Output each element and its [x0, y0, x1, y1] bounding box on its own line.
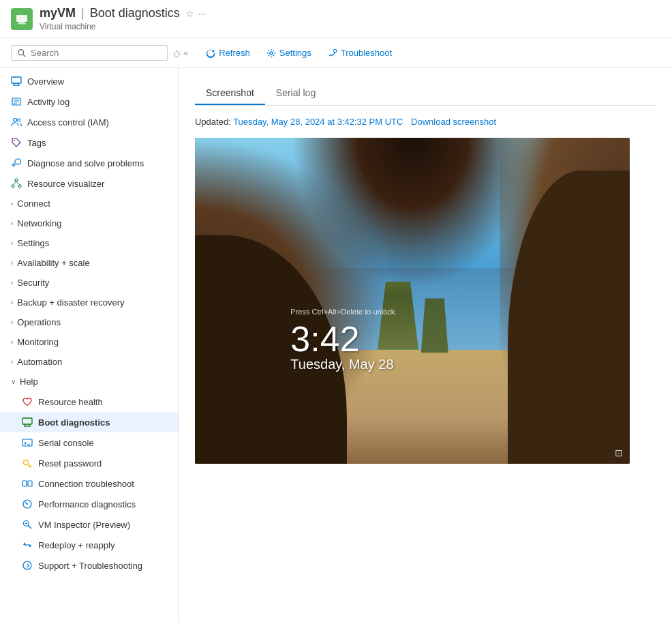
support-label: Support + Troubleshooting — [38, 561, 142, 571]
svg-point-3 — [18, 49, 24, 55]
inspect-icon — [22, 519, 33, 530]
sidebar-item-settings[interactable]: › Settings — [0, 233, 178, 253]
settings-label: Settings — [279, 48, 311, 58]
page-header: myVM | Boot diagnostics ☆ ··· Virtual ma… — [0, 0, 672, 38]
sidebar-item-monitoring[interactable]: › Monitoring — [0, 332, 178, 352]
sidebar-item-boot-diagnostics[interactable]: Boot diagnostics — [0, 412, 178, 432]
sidebar-item-vm-inspector[interactable]: VM Inspector (Preview) — [0, 514, 178, 535]
boot-diagnostics-label: Boot diagnostics — [38, 417, 110, 428]
perf-icon — [22, 499, 33, 509]
heart-icon — [22, 396, 33, 407]
svg-rect-1 — [19, 22, 25, 23]
automation-label: Automation — [17, 357, 62, 367]
overview-label: Overview — [27, 76, 64, 87]
updated-text: Updated: — [195, 117, 231, 127]
lock-date: Tuesday, May 28 — [290, 357, 393, 372]
list-icon — [11, 96, 22, 107]
svg-rect-33 — [28, 481, 32, 486]
people-icon — [11, 117, 22, 128]
svg-rect-7 — [12, 77, 21, 83]
sidebar-item-reset-password[interactable]: Reset password — [0, 453, 178, 473]
svg-point-29 — [24, 460, 29, 465]
diagnose-label: Diagnose and solve problems — [27, 158, 144, 168]
sidebar-item-connection-troubleshoot[interactable]: Connection troubleshoot — [0, 473, 178, 494]
lock-time: 3:42 — [290, 321, 393, 357]
sidebar-item-operations[interactable]: › Operations — [0, 312, 178, 332]
chevron-right-icon: › — [11, 338, 13, 346]
monitor2-icon — [22, 417, 33, 428]
svg-point-16 — [18, 119, 20, 121]
troubleshoot-button[interactable]: Troubleshoot — [321, 45, 399, 61]
svg-point-42 — [27, 567, 28, 569]
redeploy-label: Redeploy + reapply — [38, 540, 114, 550]
content-tabs: Screenshot Serial log — [195, 82, 656, 106]
sidebar-item-serial-console[interactable]: Serial console — [0, 432, 178, 453]
sidebar-item-overview[interactable]: Overview — [0, 71, 178, 91]
diamond-icon[interactable]: ◇ — [173, 48, 181, 59]
networking-label: Networking — [17, 218, 61, 228]
settings-button[interactable]: Settings — [260, 45, 318, 61]
chevron-right-icon: › — [11, 259, 13, 267]
sidebar-item-availability-scale[interactable]: › Availability + scale — [0, 253, 178, 273]
key-icon — [22, 458, 33, 469]
sidebar-item-performance-diagnostics[interactable]: Performance diagnostics — [0, 494, 178, 514]
sidebar-item-resource-health[interactable]: Resource health — [0, 391, 178, 412]
vm-inspector-label: VM Inspector (Preview) — [38, 520, 130, 530]
operations-label: Operations — [17, 317, 61, 327]
sidebar-item-support[interactable]: Support + Troubleshooting — [0, 555, 178, 576]
monitoring-label: Monitoring — [17, 337, 59, 347]
svg-rect-0 — [16, 15, 27, 22]
sidebar-item-tags[interactable]: Tags — [0, 132, 178, 153]
chevron-down-icon: ∨ — [11, 378, 16, 385]
connect2-icon — [22, 478, 33, 489]
backup-label: Backup + disaster recovery — [17, 297, 124, 308]
update-date: Tuesday, May 28, 2024 at 3:42:32 PM UTC — [233, 117, 403, 127]
sidebar-item-redeploy[interactable]: Redeploy + reapply — [0, 535, 178, 555]
settings-nav-label: Settings — [17, 238, 49, 248]
screenshot-display: Press Ctrl+Alt+Delete to unlock. 3:42 Tu… — [195, 138, 630, 464]
security-label: Security — [17, 278, 49, 288]
chevron-right-icon: › — [11, 239, 13, 247]
sidebar-item-resource-visualizer[interactable]: Resource visualizer — [0, 173, 178, 194]
svg-point-6 — [333, 49, 336, 52]
search-input[interactable] — [31, 48, 162, 58]
sidebar-item-backup[interactable]: › Backup + disaster recovery — [0, 293, 178, 312]
sidebar-item-connect[interactable]: › Connect — [0, 194, 178, 213]
refresh-icon — [206, 48, 215, 58]
diagram-icon — [11, 178, 22, 189]
refresh-label: Refresh — [219, 48, 250, 58]
chevron-right-icon: › — [11, 220, 13, 227]
download-screenshot-link[interactable]: Download screenshot — [411, 117, 496, 127]
update-info: Updated: Tuesday, May 28, 2024 at 3:42:3… — [195, 117, 656, 127]
sidebar-item-networking[interactable]: › Networking — [0, 213, 178, 233]
more-options-icon[interactable]: ··· — [198, 8, 207, 19]
sidebar-item-automation[interactable]: › Automation — [0, 352, 178, 372]
header-title-group: myVM | Boot diagnostics ☆ ··· Virtual ma… — [40, 6, 206, 31]
sidebar-item-diagnose[interactable]: Diagnose and solve problems — [0, 153, 178, 173]
sidebar-item-help[interactable]: ∨ Help — [0, 372, 178, 391]
access-control-label: Access control (IAM) — [27, 117, 109, 128]
availability-label: Availability + scale — [17, 258, 89, 268]
svg-rect-23 — [22, 418, 32, 424]
svg-line-21 — [13, 181, 16, 185]
refresh-button[interactable]: Refresh — [199, 45, 257, 61]
reset-password-label: Reset password — [38, 458, 102, 469]
wrench-icon — [11, 158, 22, 168]
console-icon — [22, 437, 33, 448]
svg-point-15 — [14, 119, 17, 122]
page-title: Boot diagnostics — [90, 6, 180, 20]
search-box[interactable] — [11, 45, 168, 61]
tag-icon — [11, 137, 22, 148]
sidebar-item-security[interactable]: › Security — [0, 273, 178, 293]
tab-serial-log[interactable]: Serial log — [265, 82, 326, 105]
chevron-right-icon: › — [11, 319, 13, 326]
sidebar-item-access-control[interactable]: Access control (IAM) — [0, 112, 178, 132]
troubleshoot-icon — [328, 48, 337, 58]
favorite-icon[interactable]: ☆ — [185, 8, 194, 19]
sidebar-item-activity-log[interactable]: Activity log — [0, 91, 178, 112]
svg-line-38 — [29, 526, 32, 529]
collapse-icon[interactable]: « — [183, 48, 188, 58]
serial-console-label: Serial console — [38, 438, 94, 448]
chevron-right-icon: › — [11, 200, 13, 207]
tab-screenshot[interactable]: Screenshot — [195, 82, 265, 105]
